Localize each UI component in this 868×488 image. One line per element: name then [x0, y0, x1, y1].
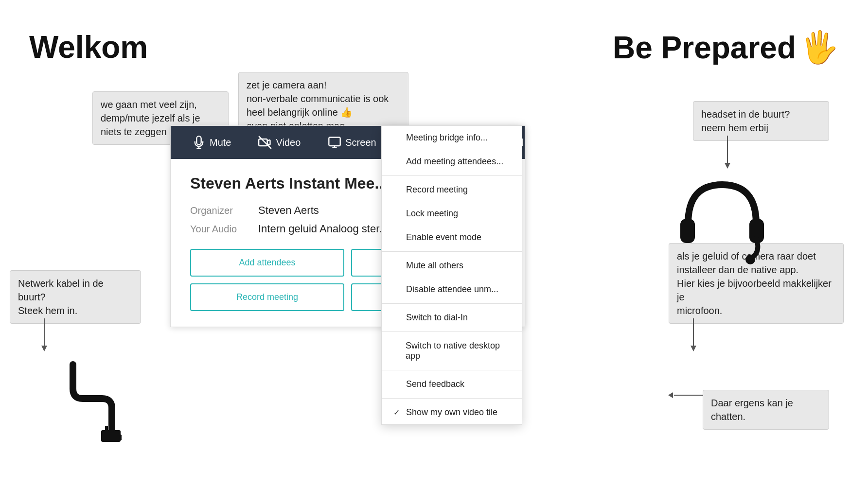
headset-svg: [673, 175, 771, 272]
menu-item-feedback[interactable]: Send feedback: [382, 372, 522, 396]
hand-emoji: 🖐: [800, 29, 839, 66]
screen-icon: [328, 136, 341, 149]
callout-chat-text: Daar ergens kan jechatten.: [711, 398, 793, 422]
svg-marker-5: [41, 346, 47, 351]
menu-item-bridge-info[interactable]: Meeting bridge info...: [382, 126, 522, 150]
menu-item-dial-in[interactable]: Switch to dial-In: [382, 306, 522, 330]
audio-value: Intern geluid Analoog ster...: [258, 223, 388, 235]
svg-marker-7: [725, 163, 730, 169]
menu-item-lock[interactable]: Lock meeting: [382, 202, 522, 226]
headset-svg-icon: [673, 175, 771, 274]
record-meeting-button[interactable]: Record meeting: [190, 283, 344, 311]
mute-button[interactable]: Mute: [180, 131, 243, 154]
svg-point-22: [745, 255, 755, 264]
svg-rect-16: [329, 138, 340, 146]
video-label: Video: [276, 137, 301, 148]
svg-rect-18: [105, 426, 108, 432]
callout-headset-text: headset in de buurt?neem hem erbij: [701, 109, 790, 133]
menu-item-native-app[interactable]: Switch to native desktop app: [382, 334, 522, 368]
callout-headset-arrow: [723, 136, 742, 170]
menu-item-disable-attendee[interactable]: Disable attendee unm...: [382, 278, 522, 301]
video-button[interactable]: Video: [247, 131, 312, 154]
svg-line-14: [259, 136, 272, 149]
menu-item-add-attendees[interactable]: Add meeting attendees...: [382, 150, 522, 174]
mute-label: Mute: [210, 137, 231, 148]
menu-divider-2: [382, 251, 522, 252]
menu-item-mute-all[interactable]: Mute all others: [382, 254, 522, 278]
video-icon: [258, 136, 272, 149]
callout-chat-arrow: [674, 385, 708, 400]
audio-label: Your Audio: [190, 224, 258, 235]
svg-marker-11: [668, 392, 673, 398]
title-prepared-text: Be Prepared: [613, 30, 796, 66]
callout-headset-tip: headset in de buurt?neem hem erbij: [693, 101, 829, 141]
svg-rect-20: [680, 219, 695, 243]
title-welkom: Welkom: [29, 29, 148, 65]
callout-native-arrow: [689, 318, 727, 352]
menu-item-event-mode[interactable]: Enable event mode: [382, 226, 522, 249]
svg-rect-17: [101, 430, 121, 442]
menu-divider-6: [382, 398, 522, 399]
menu-divider-4: [382, 331, 522, 332]
menu-divider-5: [382, 370, 522, 370]
callout-network-tip: Netwerk kabel in de buurt?Steek hem in.: [10, 270, 141, 324]
menu-divider-1: [382, 175, 522, 176]
menu-divider-3: [382, 303, 522, 304]
callout-network-text: Netwerk kabel in de buurt?Steek hem in.: [18, 278, 104, 316]
menu-item-record[interactable]: Record meeting: [382, 178, 522, 202]
svg-rect-19: [111, 426, 114, 432]
organizer-value: Steven Aerts: [258, 204, 319, 217]
menu-item-video-tile[interactable]: ✓ Show my own video tile: [382, 401, 522, 424]
more-dropdown-menu: Meeting bridge info... Add meeting atten…: [381, 125, 522, 425]
organizer-label: Organizer: [190, 205, 258, 216]
mute-icon: [192, 136, 206, 149]
callout-network-arrow: [39, 318, 59, 352]
svg-marker-9: [691, 346, 696, 351]
callout-chat-tip: Daar ergens kan jechatten.: [703, 390, 829, 430]
title-prepared: Be Prepared 🖐: [613, 29, 839, 66]
network-cable-icon: [29, 360, 122, 449]
screen-label: Screen: [345, 137, 376, 148]
add-attendees-button[interactable]: Add attendees: [190, 249, 344, 277]
cable-svg: [29, 360, 122, 447]
callout-camera-text: zet je camera aan!non-verbale communicat…: [247, 80, 389, 131]
